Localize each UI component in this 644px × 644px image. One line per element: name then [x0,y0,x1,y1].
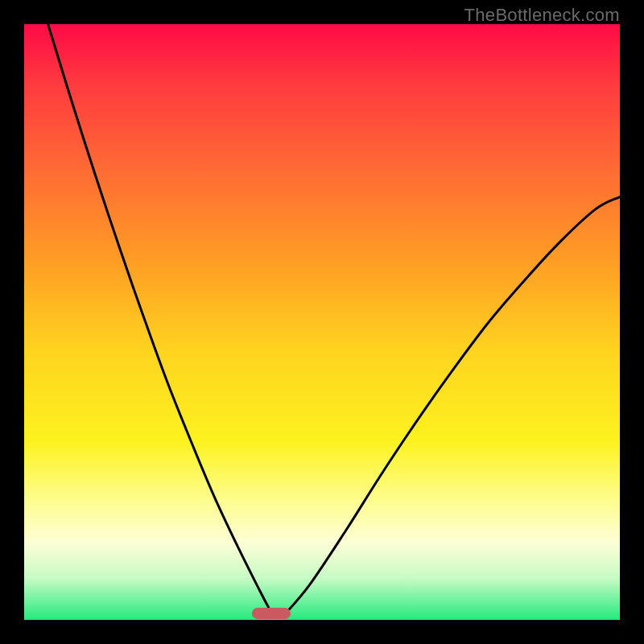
bottleneck-curve [24,24,620,620]
curve-left-branch [48,24,272,613]
attribution-text: TheBottleneck.com [464,5,620,26]
curve-right-branch [287,197,620,613]
plot-area [24,24,620,620]
chart-frame: TheBottleneck.com [0,0,644,644]
optimal-marker [252,608,291,619]
